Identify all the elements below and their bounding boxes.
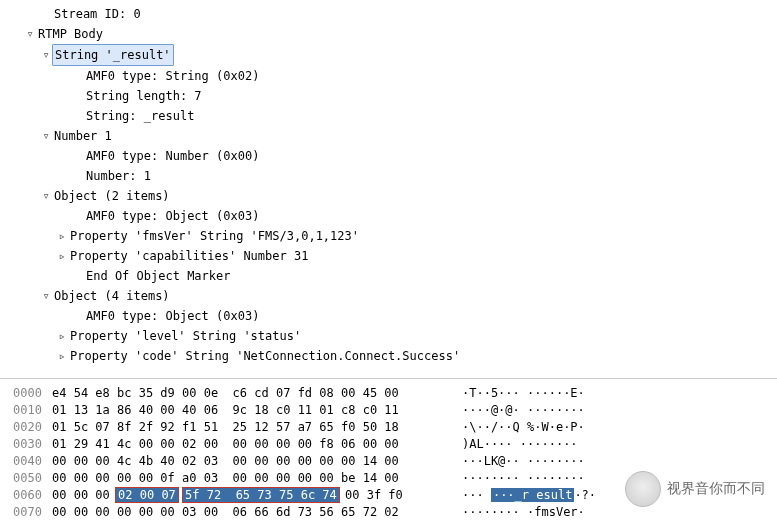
hex-ascii[interactable]: )AL···· ········ [462,436,578,453]
hex-bytes[interactable]: 01 13 1a 86 40 00 40 06 9c 18 c0 11 01 c… [52,402,462,419]
hex-ascii[interactable]: ········ ········ [462,470,585,487]
caret-right-icon[interactable]: ▹ [56,346,68,366]
tree-obj2-p1[interactable]: ▹Property 'fmsVer' String 'FMS/3,0,1,123… [0,226,777,246]
hex-bytes[interactable]: 00 00 00 00 00 00 03 00 06 66 6d 73 56 6… [52,504,462,521]
hex-ascii[interactable]: ········ ·fmsVer· [462,504,585,521]
tree-rtmp-body[interactable]: ▿RTMP Body [0,24,777,44]
hex-row[interactable]: 001001 13 1a 86 40 00 40 06 9c 18 c0 11 … [0,402,777,419]
caret-down-icon[interactable]: ▿ [40,286,52,306]
tree-object-2[interactable]: ▿Object (2 items) [0,186,777,206]
hex-row[interactable]: 003001 29 41 4c 00 00 02 00 00 00 00 00 … [0,436,777,453]
tree-string-len[interactable]: String length: 7 [0,86,777,106]
tree-obj4-p2[interactable]: ▹Property 'code' String 'NetConnection.C… [0,346,777,366]
tree-obj2-amf0[interactable]: AMF0 type: Object (0x03) [0,206,777,226]
hex-offset: 0000 [0,385,52,402]
hex-offset: 0070 [0,504,52,521]
hex-row[interactable]: 0000e4 54 e8 bc 35 d9 00 0e c6 cd 07 fd … [0,385,777,402]
hex-bytes[interactable]: 00 00 00 00 00 0f a0 03 00 00 00 00 00 b… [52,470,462,487]
tree-string-result[interactable]: ▿String '_result' [0,44,777,66]
hex-row[interactable]: 004000 00 00 4c 4b 40 02 03 00 00 00 00 … [0,453,777,470]
watermark: 视界音你而不同 [625,471,765,507]
tree-number-val[interactable]: Number: 1 [0,166,777,186]
hex-bytes[interactable]: 00 00 00 4c 4b 40 02 03 00 00 00 00 00 0… [52,453,462,470]
hex-offset: 0060 [0,487,52,504]
hex-selected-ascii[interactable]: ···_r esult [491,488,574,502]
tree-obj2-p2[interactable]: ▹Property 'capabilities' Number 31 [0,246,777,266]
tree-obj4-p1[interactable]: ▹Property 'level' String 'status' [0,326,777,346]
hex-ascii[interactable]: ···LK@·· ········ [462,453,585,470]
hex-view: 0000e4 54 e8 bc 35 d9 00 0e c6 cd 07 fd … [0,379,777,525]
tree-object-4[interactable]: ▿Object (4 items) [0,286,777,306]
hex-selected-bytes[interactable]: 02 00 07 [115,487,179,503]
tree-obj2-end[interactable]: End Of Object Marker [0,266,777,286]
tree-string-amf0[interactable]: AMF0 type: String (0x02) [0,66,777,86]
packet-tree: Stream ID: 0 ▿RTMP Body ▿String '_result… [0,0,777,379]
avatar-icon [625,471,661,507]
tree-obj4-amf0[interactable]: AMF0 type: Object (0x03) [0,306,777,326]
hex-offset: 0020 [0,419,52,436]
hex-ascii[interactable]: ··· ···_r esult·?· [462,487,596,504]
caret-down-icon[interactable]: ▿ [40,126,52,146]
tree-number-1[interactable]: ▿Number 1 [0,126,777,146]
hex-ascii[interactable]: ·T··5··· ······E· [462,385,585,402]
caret-right-icon[interactable]: ▹ [56,226,68,246]
hex-selected-bytes[interactable]: 5f 72 65 73 75 6c 74 [182,487,340,503]
hex-bytes[interactable]: e4 54 e8 bc 35 d9 00 0e c6 cd 07 fd 08 0… [52,385,462,402]
hex-offset: 0050 [0,470,52,487]
watermark-text: 视界音你而不同 [667,480,765,498]
hex-offset: 0010 [0,402,52,419]
caret-down-icon[interactable]: ▿ [40,186,52,206]
caret-right-icon[interactable]: ▹ [56,246,68,266]
hex-bytes[interactable]: 00 00 00 02 00 07 5f 72 65 73 75 6c 74 0… [52,487,462,504]
hex-bytes[interactable]: 01 29 41 4c 00 00 02 00 00 00 00 00 f8 0… [52,436,462,453]
caret-down-icon[interactable]: ▿ [40,45,52,65]
tree-stream-id[interactable]: Stream ID: 0 [0,4,777,24]
hex-ascii[interactable]: ····@·@· ········ [462,402,585,419]
hex-offset: 0030 [0,436,52,453]
tree-string-val[interactable]: String: _result [0,106,777,126]
caret-down-icon[interactable]: ▿ [24,24,36,44]
hex-bytes[interactable]: 01 5c 07 8f 2f 92 f1 51 25 12 57 a7 65 f… [52,419,462,436]
caret-right-icon[interactable]: ▹ [56,326,68,346]
hex-offset: 0040 [0,453,52,470]
tree-number-amf0[interactable]: AMF0 type: Number (0x00) [0,146,777,166]
hex-ascii[interactable]: ·\··/··Q %·W·e·P· [462,419,585,436]
hex-row[interactable]: 002001 5c 07 8f 2f 92 f1 51 25 12 57 a7 … [0,419,777,436]
